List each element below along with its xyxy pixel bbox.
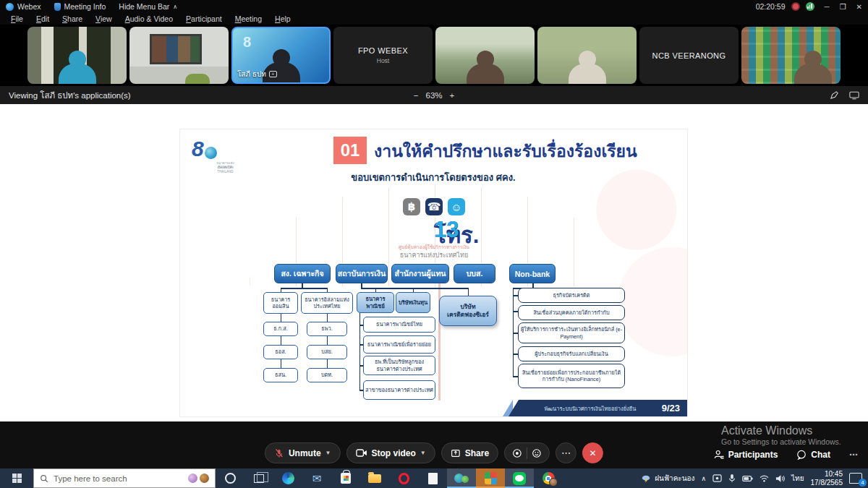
logo-globe-icon xyxy=(205,147,217,159)
menu-meeting[interactable]: Meeting xyxy=(229,14,268,23)
tray-clock[interactable]: 10:45 17/8/2565 xyxy=(811,470,843,487)
taskbar-app-chrome[interactable] xyxy=(534,468,563,488)
hotline-block: ฿ ☎ ☺ โทร.1213 ศูนย์คุ้มครองผู้ใช้บริการ… xyxy=(347,198,521,263)
zoom-out-button[interactable]: − xyxy=(414,91,419,100)
umbrella-pole xyxy=(438,278,441,401)
participant-silhouette xyxy=(569,64,606,84)
participant-video-strip: 8 โสภี ธปท + FPO WEBEX Host NCB VEERANON… xyxy=(0,25,868,86)
viewing-bar: Viewing โสภี ธปท's application(s) − 63% … xyxy=(0,86,868,104)
notification-center-button[interactable]: 4 xyxy=(849,473,862,484)
connection-quality-icon[interactable] xyxy=(806,2,814,11)
restore-button[interactable]: ❐ xyxy=(840,3,846,11)
menu-view[interactable]: View xyxy=(89,14,119,23)
menu-audio-video[interactable]: Audio & Video xyxy=(119,14,179,23)
more-options-button[interactable]: ⋯ xyxy=(556,442,576,463)
connector-line xyxy=(361,288,468,289)
start-button[interactable] xyxy=(0,468,33,488)
tray-chevron-up-icon[interactable]: ∧ xyxy=(701,475,706,482)
record-icon[interactable] xyxy=(512,448,522,458)
taskbar-search-input[interactable]: Type here to search xyxy=(33,468,216,488)
tray-mic-icon[interactable] xyxy=(728,474,736,483)
share-button[interactable]: Share xyxy=(441,442,498,463)
minimize-button[interactable]: ─ xyxy=(825,3,830,11)
tray-network-icon[interactable] xyxy=(760,474,769,482)
category-financial-institutions: สถาบันการเงิน xyxy=(336,264,388,283)
task-view-button[interactable] xyxy=(244,468,273,488)
slide-footer: พัฒนาระบบนิเวศการเงินไทยอย่างยั่งยืน 9/2… xyxy=(519,400,687,416)
cortana-icon xyxy=(225,473,236,484)
leave-meeting-button[interactable]: ✕ xyxy=(582,442,603,463)
windows-taskbar: Type here to search ✉ ฝนฟ้าคะนอง ∧ ไทย 1… xyxy=(0,468,868,488)
taskbar-app-document[interactable] xyxy=(418,468,447,488)
pin-video-icon[interactable]: + xyxy=(269,71,277,77)
search-icon xyxy=(40,474,48,483)
participant-tile[interactable] xyxy=(741,27,841,84)
org-box: ธพว. xyxy=(307,322,347,336)
background-logo: 8 xyxy=(243,34,251,51)
chevron-down-icon[interactable]: ▼ xyxy=(420,450,426,456)
recording-indicator-icon[interactable] xyxy=(791,2,800,11)
menu-file[interactable]: File xyxy=(4,14,30,23)
cortana-button[interactable] xyxy=(216,468,244,488)
opera-icon xyxy=(399,473,409,484)
menu-edit[interactable]: Edit xyxy=(30,14,56,23)
annotate-icon[interactable] xyxy=(830,90,839,100)
taskbar-app-opera[interactable] xyxy=(389,468,418,488)
search-placeholder: Type here to search xyxy=(54,474,127,483)
weather-widget[interactable]: ฝนฟ้าคะนอง xyxy=(641,473,694,484)
meeting-timer: 02:20:59 xyxy=(756,2,786,11)
menu-share[interactable]: Share xyxy=(56,14,89,23)
participant-tile-active-speaker[interactable]: 8 โสภี ธปท + xyxy=(231,27,331,84)
chat-panel-button[interactable]: Chat xyxy=(796,450,830,460)
zoom-in-button[interactable]: + xyxy=(450,91,455,100)
tray-volume-icon[interactable] xyxy=(775,474,785,483)
tray-app-icon[interactable] xyxy=(712,474,722,483)
slide-subtitle: ขอบเขตการดำเนินการโดยตรงของ ศคง. xyxy=(289,170,578,185)
taskbar-app-webex-active[interactable] xyxy=(447,468,476,488)
menu-participant[interactable]: Participant xyxy=(179,14,229,23)
taskbar-app-mail[interactable]: ✉ xyxy=(302,468,331,488)
participant-tile[interactable]: FPO WEBEX Host xyxy=(333,27,433,84)
notification-badge: 4 xyxy=(859,479,867,487)
category-nonbank: Non-bank xyxy=(509,264,556,283)
tray-battery-icon[interactable] xyxy=(742,475,753,482)
more-panels-button[interactable]: ⋯ xyxy=(849,450,858,460)
connector-line xyxy=(513,295,518,296)
window-titlebar: Webex Meeting Info Hide Menu Bar ∧ 02:20… xyxy=(0,0,868,13)
menu-help[interactable]: Help xyxy=(268,14,297,23)
meeting-info-button[interactable]: Meeting Info xyxy=(54,2,106,11)
camera-icon xyxy=(355,448,367,458)
chair xyxy=(185,74,210,84)
participant-tile[interactable] xyxy=(537,27,637,84)
stop-video-button[interactable]: Stop video ▼ xyxy=(346,442,435,463)
date-label: 17/8/2565 xyxy=(811,479,843,487)
taskbar-app-explorer[interactable] xyxy=(360,468,389,488)
hide-menu-bar-button[interactable]: Hide Menu Bar ∧ xyxy=(119,2,177,11)
unmute-button[interactable]: Unmute ▼ xyxy=(265,442,341,463)
participant-tile[interactable] xyxy=(27,27,127,84)
logo-caption: ธนาคารแห่งประเทศไทยBANK OF THAILAND xyxy=(187,161,238,166)
chrome-icon xyxy=(542,472,555,484)
connector-line xyxy=(281,288,328,289)
taskbar-app-photos-active[interactable] xyxy=(476,468,505,488)
close-button[interactable]: ✕ xyxy=(856,3,862,11)
connector-line xyxy=(513,311,518,312)
weather-label: ฝนฟ้าคะนอง xyxy=(655,473,694,484)
org-header-box: ธนาคารพาณิชย์ xyxy=(357,292,394,313)
participant-tile[interactable]: NCB VEERANONG xyxy=(639,27,739,84)
org-box: ผู้ให้บริการการชำระเงินทางอิเล็กทรอนิกส์… xyxy=(518,322,625,343)
participants-panel-button[interactable]: Participants xyxy=(714,450,778,460)
taskbar-app-line-active[interactable] xyxy=(505,468,534,488)
language-indicator[interactable]: ไทย xyxy=(791,473,804,484)
participant-tile[interactable] xyxy=(129,27,229,84)
participant-role-label: Host xyxy=(377,57,389,64)
reactions-icon[interactable] xyxy=(532,448,542,458)
org-box: สินเชื่อรายย่อยเพื่อการประกอบอาชีพภายใต้… xyxy=(518,364,625,388)
chevron-down-icon[interactable]: ▼ xyxy=(326,450,331,456)
taskbar-app-edge[interactable] xyxy=(273,468,302,488)
taskbar-app-store[interactable] xyxy=(331,468,360,488)
search-doodle-icons[interactable] xyxy=(188,474,209,483)
participant-tile[interactable] xyxy=(435,27,535,84)
display-icon[interactable] xyxy=(849,91,859,100)
hide-menu-bar-label: Hide Menu Bar xyxy=(119,2,169,11)
